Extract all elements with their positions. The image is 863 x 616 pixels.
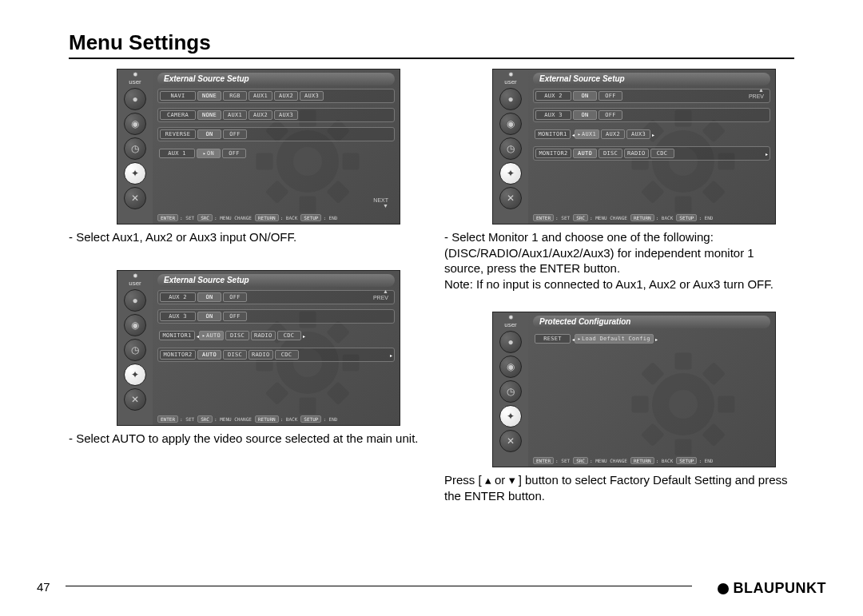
user-icon: ✹user (129, 71, 141, 85)
screenshot-4: ✹user●◉◷✦✕ Protected Configuration RESET… (492, 312, 776, 467)
option-cell: CDC (650, 149, 674, 158)
option-cell: CDC (275, 350, 299, 360)
footer-btn: SETUP (300, 214, 321, 221)
nav-hint: NEXT▼ (373, 197, 388, 209)
footer-btn: SRC (573, 457, 588, 464)
row-label: NAVI (160, 91, 196, 101)
footer-text: : MENU CHANGE (590, 458, 627, 463)
option-cell: OFF (599, 110, 622, 120)
sidebar-tuner-icon: ◉ (124, 113, 146, 135)
option-cell: CDC (277, 331, 301, 340)
setting-row: AUX 2ONOFF (157, 290, 395, 304)
screen-title: External Source Setup (157, 73, 395, 85)
row-label: MONITOR2 (160, 350, 196, 360)
option-cell: OFF (223, 292, 247, 302)
setting-row: MONITOR2AUTODISCRADIOCDC▸ (157, 348, 395, 362)
sidebar-clock-icon: ◷ (499, 380, 522, 403)
caption-2: - Select AUTO to apply the video source … (69, 431, 436, 447)
footer-text: : END (698, 458, 713, 463)
page-number: 47 (37, 580, 50, 594)
right-arrow-icon: ▸ (652, 132, 654, 137)
option-cell: RADIO (249, 350, 273, 360)
row-label: MONITOR1 (535, 129, 571, 139)
setting-row: MONITOR1◂AUTODISCRADIOCDC▸ (157, 328, 395, 343)
caption-4: Press [ ▴ or ▾ ] button to select Factor… (444, 472, 794, 503)
footer-btn: SRC (197, 415, 213, 423)
footer-btn: ENTER (157, 415, 178, 423)
option-cell: AUX1 (249, 91, 272, 101)
footer-text: : BACK (280, 215, 298, 221)
user-icon: ✹user (129, 272, 141, 287)
option-cell: NONE (197, 91, 221, 101)
setting-row: AUX 3ONOFF (533, 108, 770, 122)
footer-text: : END (323, 215, 337, 221)
option-cell: AUX2 (601, 129, 625, 139)
option-cell: AUTO (197, 350, 221, 360)
right-arrow-icon: ▸ (655, 336, 658, 342)
setting-row: MONITOR1◂AUX1AUX2AUX3▸ (533, 127, 770, 141)
footer-bar: ENTER: SETSRC: MENU CHANGERETURN: BACKSE… (533, 213, 770, 222)
footer-text: : SET (180, 416, 194, 422)
footer-bar: ENTER: SETSRC: MENU CHANGERETURN: BACKSE… (533, 455, 770, 465)
setting-row: AUX 3ONOFF (157, 309, 395, 324)
footer-btn: SRC (573, 214, 588, 221)
option-cell: AUX2 (274, 91, 298, 101)
option-cell: ON (573, 110, 597, 120)
sidebar: ✹user●◉◷✦✕ (117, 271, 153, 425)
option-cell: AUX3 (626, 129, 650, 139)
option-cell: AUX3 (274, 110, 298, 120)
footer-btn: RETURN (255, 415, 279, 423)
footer-btn: RETURN (630, 457, 654, 464)
setting-row: CAMERANONEAUX1AUX2AUX3 (157, 108, 395, 122)
option-cell: OFF (223, 129, 247, 139)
screen-title: External Source Setup (533, 73, 770, 85)
setting-row: RESET◂Load Default Config▸ (533, 332, 770, 346)
option-cell: Load Default Config (575, 334, 654, 344)
screen-content: AUX 2ONOFFAUX 3ONOFFMONITOR1◂AUTODISCRAD… (157, 290, 395, 412)
nav-hint: ▲PREV (373, 288, 388, 300)
right-arrow-icon: ▸ (390, 352, 392, 358)
option-cell: NONE (197, 110, 221, 120)
option-cell: AUTO (573, 149, 597, 158)
sidebar: ✹user●◉◷✦✕ (493, 70, 528, 224)
footer-text: : END (698, 215, 713, 221)
sidebar-tools-icon: ✕ (124, 388, 146, 411)
brand-dot-icon (718, 583, 729, 594)
option-cell: ON (197, 149, 221, 158)
brand-logo: BLAUPUNKT (718, 580, 827, 597)
sidebar-clock-icon: ◷ (124, 339, 146, 361)
brand-text: BLAUPUNKT (734, 580, 827, 597)
screenshot-3: ✹user●◉◷✦✕ External Source Setup AUX 2ON… (492, 69, 776, 225)
row-label: CAMERA (160, 110, 196, 120)
sidebar: ✹user●◉◷✦✕ (493, 312, 528, 467)
footer-text: : MENU CHANGE (214, 416, 252, 422)
footer-text: : BACK (656, 215, 674, 221)
sidebar-tools-icon: ✕ (499, 187, 522, 209)
footer-btn: ENTER (533, 457, 554, 464)
footer-btn: SETUP (676, 457, 697, 464)
option-cell: AUX3 (300, 91, 324, 101)
footer-text: : MENU CHANGE (214, 215, 252, 221)
option-cell: ON (197, 292, 221, 302)
sidebar: ✹user●◉◷✦✕ (117, 70, 153, 224)
row-label: AUX 1 (159, 149, 195, 158)
option-cell: DISC (223, 350, 247, 360)
footer-btn: ENTER (533, 214, 554, 221)
footer-btn: RETURN (255, 214, 279, 221)
row-label: AUX 3 (160, 312, 196, 321)
footer-text: : SET (555, 458, 570, 463)
sidebar-disc-icon: ● (124, 88, 146, 110)
option-cell: ON (573, 91, 597, 101)
option-cell: OFF (223, 312, 247, 321)
setting-row: MONITOR2AUTODISCRADIOCDC▸ (533, 146, 770, 161)
footer-text: : END (323, 416, 337, 422)
sidebar-tuner-icon: ◉ (499, 113, 522, 135)
user-icon: ✹user (504, 71, 517, 85)
option-cell: RADIO (624, 149, 649, 158)
row-label: AUX 2 (535, 91, 571, 101)
title-underline (69, 58, 794, 59)
screen-content: RESET◂Load Default Config▸ (533, 332, 770, 454)
footer-text: : SET (555, 215, 570, 221)
option-cell: AUX1 (223, 110, 247, 120)
screenshot-2: ✹user●◉◷✦✕ External Source Setup AUX 2ON… (117, 270, 400, 426)
